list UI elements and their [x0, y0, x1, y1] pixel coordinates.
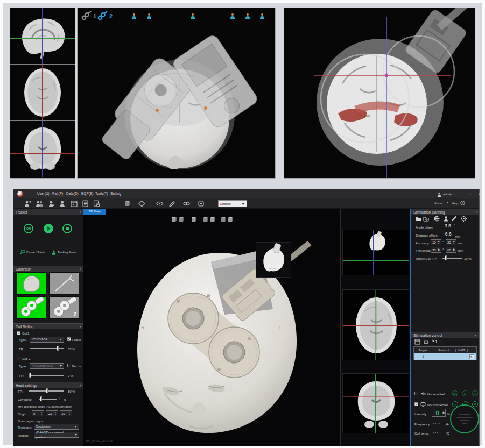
prism-icon[interactable]	[138, 200, 145, 207]
target-icon[interactable]	[461, 216, 467, 222]
mini-coronal-view[interactable]	[342, 373, 409, 433]
calibrator-panel-header[interactable]: Calibrator▾	[13, 266, 83, 272]
coil-1-indicator[interactable]: 1	[81, 11, 96, 21]
coil2-tp-slider[interactable]	[30, 373, 64, 378]
collapse-icon[interactable]: ▾	[80, 382, 81, 388]
accuracy-deg-spinner[interactable]: 10	[431, 239, 441, 245]
coil-setting-panel-header[interactable]: Coil Setting▾	[13, 323, 83, 329]
connect-checkbox[interactable]	[414, 402, 418, 406]
coil1-tp-slider[interactable]	[30, 346, 64, 351]
close-icon[interactable]: ×	[475, 332, 477, 338]
menu-eqp[interactable]: EQP(E)	[81, 191, 93, 195]
coil2-focus-checkbox[interactable]	[67, 364, 71, 367]
gear-icon[interactable]	[423, 339, 429, 345]
cube-view-icon[interactable]	[124, 200, 131, 207]
mini-3d-preview[interactable]	[342, 230, 409, 275]
coil1-type-select[interactable]: YC-BY90A	[30, 337, 64, 343]
pen-icon[interactable]	[168, 200, 175, 207]
coil2-type-select[interactable]: YingChiBY90R	[30, 363, 64, 369]
head-tp-slider[interactable]	[29, 388, 64, 393]
maximize-button[interactable]: □	[467, 191, 474, 197]
table-row[interactable]: 1 ✎	[413, 353, 477, 360]
marker-person-icon[interactable]	[190, 13, 195, 20]
connect-power-button[interactable]: ⏻	[472, 401, 478, 407]
head-settings-panel-header[interactable]: Head settings▾	[13, 382, 83, 388]
enable-checkbox[interactable]	[414, 392, 418, 395]
origin-x-spinner[interactable]: 0	[32, 410, 44, 416]
menu-data[interactable]: Data(D)	[66, 191, 79, 195]
marker-person-icon[interactable]	[146, 13, 152, 20]
menu-setting[interactable]: Setting	[110, 191, 121, 195]
intensity-spinner[interactable]: 0	[432, 409, 446, 417]
menu-pat[interactable]: Pat.(P)	[52, 191, 63, 195]
threshold-mm-spinner[interactable]: 60	[446, 247, 456, 253]
add-patient-icon[interactable]	[24, 200, 31, 207]
corroding-slider[interactable]	[39, 396, 57, 401]
help-icon[interactable]: ?	[460, 201, 465, 205]
minimize-button[interactable]: −	[458, 191, 465, 197]
chip-icon[interactable]	[198, 200, 205, 207]
link-icon[interactable]	[444, 201, 448, 205]
tracker-stop-button[interactable]	[62, 224, 72, 233]
report-icon[interactable]	[82, 200, 89, 207]
close-button[interactable]: ×	[476, 191, 483, 197]
stim-control-panel-header[interactable]: Stimulation control×	[411, 332, 479, 338]
coil1-checkbox[interactable]	[17, 331, 20, 335]
edit-table-icon[interactable]	[414, 339, 420, 345]
edit-row-button[interactable]: ✎	[469, 354, 474, 359]
marker-person-icon[interactable]	[230, 13, 235, 20]
axial-view[interactable]	[10, 65, 75, 121]
tracker-on-button[interactable]: ON	[24, 224, 33, 233]
patient-export-icon[interactable]	[48, 200, 55, 207]
calendar-icon[interactable]	[71, 200, 78, 207]
region-select[interactable]: (BA46)Dorsolateral prefron	[34, 432, 79, 438]
coil-2-indicator[interactable]: 2	[97, 11, 113, 21]
coronal-view[interactable]	[10, 121, 75, 177]
undo-icon[interactable]	[432, 339, 438, 345]
marker-person-icon[interactable]	[259, 13, 265, 20]
template-select[interactable]: Brodmann	[34, 424, 79, 430]
coil-preview-inset[interactable]	[256, 242, 291, 278]
viewport-3d[interactable]: 3D View	[83, 209, 340, 446]
enable-apply-button[interactable]: ▶	[462, 390, 468, 396]
origin-y-spinner[interactable]: -22	[46, 410, 58, 416]
tracker-panel-header[interactable]: Tracker▾	[13, 209, 83, 215]
enable-on-button[interactable]: ON	[452, 390, 458, 396]
about-link[interactable]: About	[434, 201, 443, 205]
folder-export-icon[interactable]	[423, 216, 429, 222]
mini-axial-view[interactable]	[342, 289, 409, 360]
language-select[interactable]: English	[218, 200, 247, 207]
target-coil-tp-slider[interactable]	[442, 255, 462, 260]
tracker-start-button[interactable]	[44, 224, 53, 233]
collapse-icon[interactable]: ▾	[80, 266, 81, 272]
calibrator-coil1-thumb-active[interactable]	[16, 296, 46, 319]
sagittal-view[interactable]	[10, 8, 75, 65]
stim-planning-panel-header[interactable]: Stimulation planning▾	[411, 209, 479, 215]
coil-alignment-3d-panel[interactable]	[284, 8, 475, 179]
calibrator-head-thumb-active[interactable]	[16, 272, 46, 295]
corroding-plus-button[interactable]: +	[59, 397, 61, 401]
marker-person-icon[interactable]	[131, 13, 137, 20]
menu-user[interactable]: User(U)	[37, 191, 50, 195]
coil1-focus-checkbox[interactable]	[67, 337, 71, 341]
eye-icon[interactable]	[156, 200, 163, 207]
marker-person-icon[interactable]	[245, 13, 250, 20]
accuracy-mm-spinner[interactable]: 20	[446, 239, 456, 245]
threshold-deg-spinner[interactable]: 30	[431, 247, 441, 253]
settings-doc-icon[interactable]	[93, 200, 100, 207]
scene-3d-panel[interactable]: 1 2	[77, 8, 276, 179]
origin-z-spinner[interactable]: 19	[60, 410, 72, 416]
enable-off-button[interactable]: 0	[472, 390, 478, 396]
patient-icon[interactable]	[59, 200, 66, 207]
calibrator-pointer-thumb[interactable]	[49, 272, 79, 295]
corroding-minus-button[interactable]: −	[35, 397, 37, 401]
patients-list-icon[interactable]	[36, 200, 43, 207]
collapse-icon[interactable]: ▾	[475, 209, 477, 215]
help-link[interactable]: Help	[452, 201, 458, 205]
patient-icon[interactable]	[443, 216, 449, 222]
ruler-icon[interactable]	[451, 216, 457, 222]
stimulator-dial[interactable]	[450, 404, 479, 433]
collapse-icon[interactable]: ▾	[80, 209, 81, 215]
capsule-icon[interactable]	[183, 200, 190, 207]
collapse-icon[interactable]: ▾	[80, 324, 81, 330]
